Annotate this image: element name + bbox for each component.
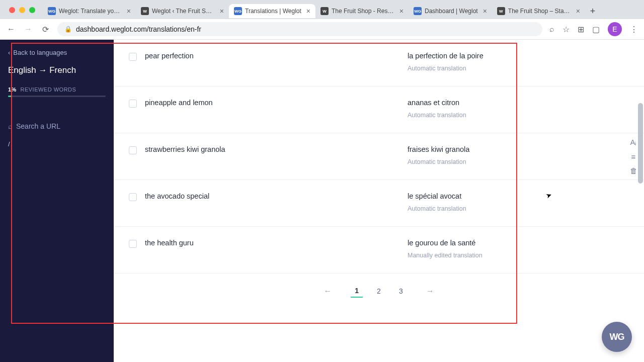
target-text[interactable]: fraises kiwi granola <box>408 145 619 153</box>
source-text: pineapple and lemon <box>145 99 408 119</box>
tab-title: Weglot: Translate your w <box>59 8 122 15</box>
favicon: WG <box>48 7 56 15</box>
window-close[interactable] <box>9 7 15 13</box>
tab-title: The Fruit Shop – Stay He <box>508 8 571 15</box>
star-icon[interactable]: ☆ <box>562 25 570 34</box>
app: ‹ Back to languages English → French 1% … <box>0 40 644 362</box>
translation-status: Automatic translation <box>408 65 619 72</box>
favicon: WG <box>414 7 422 15</box>
translation-status: Automatic translation <box>408 205 619 212</box>
row-checkbox[interactable] <box>129 146 137 154</box>
sidebar: ‹ Back to languages English → French 1% … <box>0 40 114 362</box>
url-input[interactable]: 🔒 dashboard.weglot.com/translations/en-f… <box>57 22 542 36</box>
target-text[interactable]: ananas et citron <box>408 99 619 107</box>
scrollbar-thumb[interactable] <box>638 103 643 184</box>
close-icon[interactable]: × <box>127 7 131 15</box>
source-text: the health guru <box>145 239 408 259</box>
install-icon[interactable]: ▢ <box>592 25 600 34</box>
source-text: the avocado special <box>145 192 408 212</box>
row-checkbox[interactable] <box>129 193 137 201</box>
close-icon[interactable]: × <box>576 7 580 15</box>
browser-tab[interactable]: WWeglot ‹ The Fruit Shop× <box>136 4 229 18</box>
language-pair: English → French <box>8 65 106 75</box>
browser-chrome: WGWeglot: Translate your w×WWeglot ‹ The… <box>0 0 644 40</box>
new-tab-button[interactable]: + <box>585 6 601 17</box>
favicon: WG <box>234 7 242 15</box>
search-input[interactable] <box>16 122 106 130</box>
translation-row[interactable]: the health gurule gourou de la santéManu… <box>114 227 644 274</box>
back-label: Back to languages <box>13 49 67 56</box>
translation-status: Automatic translation <box>408 158 619 165</box>
browser-tab[interactable]: WGTranslations | Weglot× <box>229 4 315 18</box>
target-text[interactable]: le gourou de la santé <box>408 239 619 247</box>
translation-rows: pear perfectionla perfection de la poire… <box>114 40 644 274</box>
browser-tab[interactable]: WGWeglot: Translate your w× <box>43 4 136 18</box>
target-text[interactable]: le spécial avocat <box>408 192 619 200</box>
target-column: ananas et citronAutomatic translation <box>408 99 629 119</box>
main-panel: pear perfectionla perfection de la poire… <box>114 40 644 362</box>
close-icon[interactable]: × <box>220 7 224 15</box>
search-icon[interactable]: ⌕ <box>549 25 554 34</box>
translation-row[interactable]: the avocado specialle spécial avocatAuto… <box>114 180 644 227</box>
reviewed-pct: 1% <box>8 86 17 93</box>
lock-icon: 🔒 <box>64 26 72 33</box>
reviewed-label: REVIEWED WORDS <box>20 86 76 93</box>
translation-row[interactable]: pear perfectionla perfection de la poire… <box>114 40 644 86</box>
toolbar-right: ⌕ ☆ ⊞ ▢ E ⋮ <box>549 22 638 36</box>
close-icon[interactable]: × <box>483 7 487 15</box>
progress-bar <box>8 96 106 97</box>
reload-button[interactable]: ⟳ <box>40 24 50 34</box>
browser-tab[interactable]: WGDashboard | Weglot× <box>409 4 492 18</box>
tab-title: Weglot ‹ The Fruit Shop <box>152 8 215 15</box>
back-button[interactable]: ← <box>6 24 16 34</box>
target-column: le gourou de la santéManually edited tra… <box>408 239 629 259</box>
translation-row[interactable]: strawberries kiwi granolafraises kiwi gr… <box>114 133 644 180</box>
page-number[interactable]: 3 <box>395 285 407 297</box>
reviewed-words: 1% REVIEWED WORDS <box>8 86 106 97</box>
menu-icon[interactable]: ⋮ <box>630 25 638 34</box>
url-path[interactable]: / <box>8 140 106 148</box>
profile-avatar[interactable]: E <box>608 22 622 36</box>
translation-row[interactable]: pineapple and lemonananas et citronAutom… <box>114 86 644 133</box>
source-text: pear perfection <box>145 52 408 72</box>
back-to-languages[interactable]: ‹ Back to languages <box>8 49 106 56</box>
window-minimize[interactable] <box>19 7 25 13</box>
row-checkbox[interactable] <box>129 53 137 61</box>
next-page[interactable]: → <box>417 285 443 298</box>
row-checkbox[interactable] <box>129 240 137 248</box>
favicon: W <box>497 7 505 15</box>
target-column: fraises kiwi granolaAutomatic translatio… <box>408 145 629 165</box>
prev-page[interactable]: ← <box>314 285 341 298</box>
translation-status: Automatic translation <box>408 112 619 119</box>
close-icon[interactable]: × <box>399 7 404 15</box>
row-checkbox[interactable] <box>129 100 137 108</box>
target-column: la perfection de la poireAutomatic trans… <box>408 52 629 72</box>
window-maximize[interactable] <box>29 7 35 13</box>
browser-tab[interactable]: WThe Fruit Shop - Restez× <box>315 4 409 18</box>
tab-title: The Fruit Shop - Restez <box>332 8 394 15</box>
extensions-icon[interactable]: ⊞ <box>578 25 584 34</box>
tab-title: Translations | Weglot <box>245 8 301 15</box>
tab-strip: WGWeglot: Translate your w×WWeglot ‹ The… <box>0 0 644 19</box>
page-number[interactable]: 2 <box>373 285 385 297</box>
window-controls <box>3 3 41 17</box>
favicon: W <box>320 7 329 15</box>
chevron-left-icon: ‹ <box>8 49 10 56</box>
source-text: strawberries kiwi granola <box>145 145 408 165</box>
target-column: le spécial avocatAutomatic translation <box>408 192 629 212</box>
forward-button[interactable]: → <box>23 24 33 34</box>
target-text[interactable]: la perfection de la poire <box>408 52 619 60</box>
page-number[interactable]: 1 <box>351 285 363 298</box>
url-text: dashboard.weglot.com/translations/en-fr <box>76 25 201 33</box>
pagination: ←123→ <box>114 274 644 313</box>
scrollbar[interactable] <box>637 38 644 362</box>
address-bar: ← → ⟳ 🔒 dashboard.weglot.com/translation… <box>0 19 644 40</box>
help-fab[interactable]: WG <box>602 322 632 352</box>
translation-status: Manually edited translation <box>408 252 619 259</box>
tab-title: Dashboard | Weglot <box>425 8 478 15</box>
search-icon: ⌕ <box>8 122 12 130</box>
browser-tab[interactable]: WThe Fruit Shop – Stay He× <box>492 4 585 18</box>
close-icon[interactable]: × <box>306 7 310 15</box>
favicon: W <box>141 7 149 15</box>
search-url[interactable]: ⌕ <box>8 122 106 130</box>
